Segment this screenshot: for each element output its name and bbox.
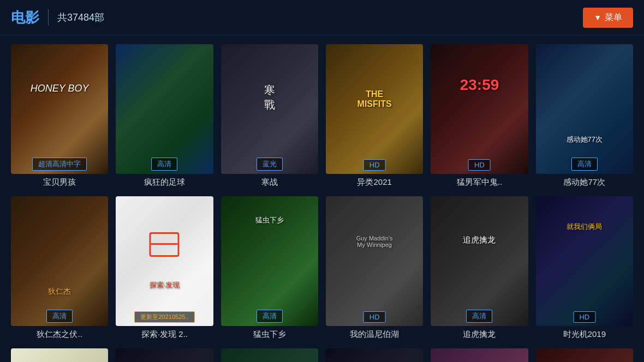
movie-item[interactable]: THE MISFITSHD异类2021 [326,44,423,188]
movie-title: 探索·发现 2.. [116,329,213,340]
poster-art-text: 狄仁杰 [16,287,103,297]
movie-poster: PICTURE A SCIENTIST [11,348,108,362]
movie-title: 我的温尼伯湖 [326,329,423,340]
movie-poster: 23:59HD [431,44,528,174]
movie-poster: 寒 戰蓝光 [221,44,318,174]
movie-poster [221,348,318,362]
quality-badge: HD [363,159,386,171]
filter-icon: ▼ [594,13,601,22]
poster-art-text: 猛虫下乡 [226,215,313,225]
quality-badge: 高清 [151,158,177,171]
movie-item[interactable] [221,348,318,362]
poster-art-text: 寒 戰 [226,83,313,112]
movie-count: 共37484部 [57,11,104,24]
movie-title: 寒战 [221,177,318,188]
movie-poster: 坚定我兄弟 [536,348,633,362]
quality-badge: 高清 [257,310,283,323]
movie-poster: 狄仁杰高清 [11,196,108,326]
header: 电影 共37484部 ▼ 菜单 [0,0,644,35]
poster-art-text: HONEY BOY [16,83,103,94]
poster-art-text: 探索·发现 [121,280,208,290]
page-title: 电影 [11,8,39,27]
movie-poster [326,348,423,362]
movie-item[interactable]: 就我们俩局HD时光机2019 [536,196,633,340]
movie-title: 猛男军中鬼.. [431,177,528,188]
movie-item[interactable] [326,348,423,362]
movie-item[interactable]: 追虎擒龙高清追虎擒龙 [431,196,528,340]
menu-label: 菜单 [605,12,622,23]
movie-item[interactable] [116,348,213,362]
movie-item[interactable]: 高清疯狂的足球 [116,44,213,188]
poster-art-text: 追虎擒龙 [436,235,523,245]
movie-poster: 探索·发现更新至20210525.. [116,196,213,326]
movie-poster: Guy Maddin's My WinnipegHD [326,196,423,326]
quality-badge: 蓝光 [257,158,283,171]
movie-item[interactable]: 探索·发现更新至20210525..探索·发现 2.. [116,196,213,340]
movie-poster: 就我们俩局HD [536,196,633,326]
movie-item[interactable]: 狄仁杰高清狄仁杰之伏.. [11,196,108,340]
quality-badge: 更新至20210525.. [134,311,194,323]
poster-art-text: Guy Maddin's My Winnipeg [331,235,419,248]
movie-poster: 追虎擒龙高清 [431,196,528,326]
movie-title: 感动她77次 [536,177,633,188]
movie-poster: 感动她77次高清 [536,44,633,174]
quality-badge: HD [363,311,386,323]
quality-badge: HD [468,159,491,171]
movie-title: 追虎擒龙 [431,329,528,340]
poster-art-text: THE MISFITS [331,89,419,109]
movie-title: 时光机2019 [536,329,633,340]
movie-poster: 高清 [116,44,213,174]
movie-item[interactable]: 感动她77次高清感动她77次 [536,44,633,188]
quality-badge: 高清 [571,158,598,171]
movie-item[interactable]: PICTURE A SCIENTISTPICTURE 4 SCIENTIST [11,348,108,362]
menu-button[interactable]: ▼ 菜单 [583,8,633,28]
movie-poster [431,348,528,362]
movie-title: 狄仁杰之伏.. [11,329,108,340]
quality-badge: HD [573,311,595,323]
poster-art-text: 感动她77次 [541,135,628,144]
movie-item[interactable]: Guy Maddin's My WinnipegHD我的温尼伯湖 [326,196,423,340]
header-divider [48,9,49,26]
movie-title: 猛虫下乡 [221,329,318,340]
quality-badge: 超清高清中字 [32,158,87,171]
movie-item[interactable]: 坚定我兄弟 [536,348,633,362]
movie-poster [116,348,213,362]
movie-grid: HONEY BOY超清高清中字宝贝男孩高清疯狂的足球寒 戰蓝光寒战THE MIS… [0,35,644,362]
movie-title: 疯狂的足球 [116,177,213,188]
poster-art-text: 23:59 [436,76,523,94]
movie-poster: 猛虫下乡高清 [221,196,318,326]
poster-art-text: 就我们俩局 [541,222,628,232]
quality-badge: 高清 [46,310,73,323]
movie-item[interactable]: HONEY BOY超清高清中字宝贝男孩 [11,44,108,188]
movie-title: 异类2021 [326,177,423,188]
movie-item[interactable]: 猛虫下乡高清猛虫下乡 [221,196,318,340]
movie-item[interactable] [431,348,528,362]
movie-item[interactable]: 23:59HD猛男军中鬼.. [431,44,528,188]
movie-poster: THE MISFITSHD [326,44,423,174]
movie-poster: HONEY BOY超清高清中字 [11,44,108,174]
movie-title: 宝贝男孩 [11,177,108,188]
movie-item[interactable]: 寒 戰蓝光寒战 [221,44,318,188]
quality-badge: 高清 [466,310,492,323]
